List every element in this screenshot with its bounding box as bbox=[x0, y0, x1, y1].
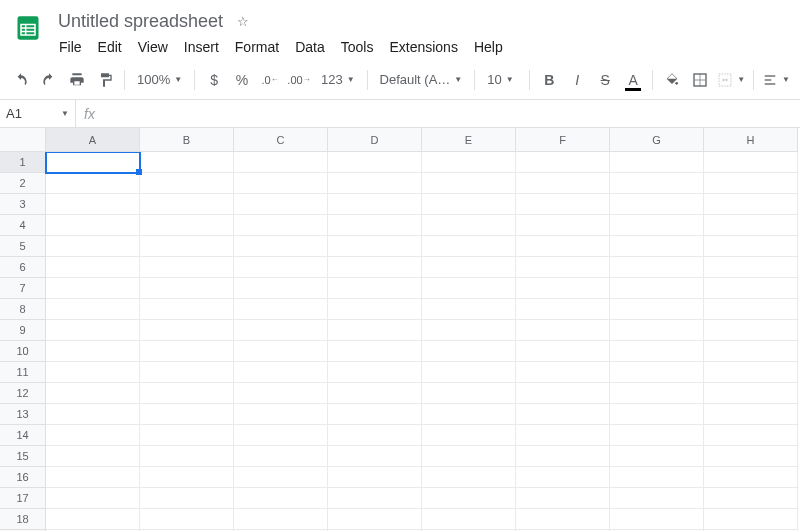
cell[interactable] bbox=[140, 278, 234, 299]
cell[interactable] bbox=[610, 467, 704, 488]
cell[interactable] bbox=[516, 236, 610, 257]
cell[interactable] bbox=[704, 278, 798, 299]
cell[interactable] bbox=[704, 152, 798, 173]
menu-help[interactable]: Help bbox=[467, 35, 510, 59]
cell[interactable] bbox=[140, 509, 234, 530]
cell[interactable] bbox=[234, 320, 328, 341]
cell[interactable] bbox=[234, 467, 328, 488]
cell[interactable] bbox=[140, 299, 234, 320]
cell[interactable] bbox=[46, 152, 140, 173]
cell[interactable] bbox=[704, 362, 798, 383]
cell[interactable] bbox=[140, 173, 234, 194]
cell[interactable] bbox=[610, 383, 704, 404]
cell[interactable] bbox=[422, 446, 516, 467]
strikethrough-button[interactable]: S bbox=[592, 67, 618, 93]
cell[interactable] bbox=[516, 467, 610, 488]
cell[interactable] bbox=[610, 173, 704, 194]
more-formats-dropdown[interactable]: 123▼ bbox=[315, 67, 361, 93]
cell[interactable] bbox=[516, 341, 610, 362]
decrease-decimal-button[interactable]: .0← bbox=[257, 67, 283, 93]
row-header[interactable]: 12 bbox=[0, 383, 46, 404]
percent-button[interactable]: % bbox=[229, 67, 255, 93]
text-color-button[interactable]: A bbox=[620, 67, 646, 93]
cell[interactable] bbox=[328, 446, 422, 467]
row-header[interactable]: 14 bbox=[0, 425, 46, 446]
cell[interactable] bbox=[234, 404, 328, 425]
cell[interactable] bbox=[704, 383, 798, 404]
cell[interactable] bbox=[516, 194, 610, 215]
cell[interactable] bbox=[516, 404, 610, 425]
cell[interactable] bbox=[516, 488, 610, 509]
row-header[interactable]: 4 bbox=[0, 215, 46, 236]
cell[interactable] bbox=[46, 320, 140, 341]
cell[interactable] bbox=[328, 404, 422, 425]
cell[interactable] bbox=[328, 383, 422, 404]
cell[interactable] bbox=[140, 362, 234, 383]
cell[interactable] bbox=[422, 299, 516, 320]
cell[interactable] bbox=[422, 320, 516, 341]
cell[interactable] bbox=[328, 215, 422, 236]
cell[interactable] bbox=[140, 152, 234, 173]
cell[interactable] bbox=[704, 236, 798, 257]
cell[interactable] bbox=[234, 278, 328, 299]
font-dropdown[interactable]: Default (Ari...▼ bbox=[374, 67, 469, 93]
cell[interactable] bbox=[140, 320, 234, 341]
cell[interactable] bbox=[140, 425, 234, 446]
cell[interactable] bbox=[234, 173, 328, 194]
cell[interactable] bbox=[422, 362, 516, 383]
cell[interactable] bbox=[46, 278, 140, 299]
cell[interactable] bbox=[328, 362, 422, 383]
column-header[interactable]: D bbox=[328, 128, 422, 152]
column-header[interactable]: H bbox=[704, 128, 798, 152]
cell[interactable] bbox=[328, 173, 422, 194]
cell[interactable] bbox=[516, 425, 610, 446]
cell[interactable] bbox=[704, 404, 798, 425]
cell[interactable] bbox=[328, 299, 422, 320]
cell[interactable] bbox=[234, 425, 328, 446]
cell[interactable] bbox=[328, 509, 422, 530]
paint-format-button[interactable] bbox=[92, 67, 118, 93]
cell[interactable] bbox=[422, 173, 516, 194]
cell[interactable] bbox=[234, 152, 328, 173]
cell[interactable] bbox=[46, 215, 140, 236]
cell[interactable] bbox=[516, 257, 610, 278]
redo-button[interactable] bbox=[36, 67, 62, 93]
cell[interactable] bbox=[234, 299, 328, 320]
font-size-dropdown[interactable]: 10▼ bbox=[481, 67, 523, 93]
menu-extensions[interactable]: Extensions bbox=[382, 35, 464, 59]
cell[interactable] bbox=[234, 341, 328, 362]
cell[interactable] bbox=[610, 425, 704, 446]
row-header[interactable]: 17 bbox=[0, 488, 46, 509]
cell[interactable] bbox=[328, 425, 422, 446]
cell[interactable] bbox=[140, 194, 234, 215]
star-icon[interactable]: ☆ bbox=[237, 14, 249, 29]
column-header[interactable]: G bbox=[610, 128, 704, 152]
column-header[interactable]: C bbox=[234, 128, 328, 152]
cell[interactable] bbox=[516, 509, 610, 530]
cell[interactable] bbox=[140, 341, 234, 362]
cell[interactable] bbox=[516, 215, 610, 236]
row-header[interactable]: 18 bbox=[0, 509, 46, 530]
cell[interactable] bbox=[328, 194, 422, 215]
cell[interactable] bbox=[516, 383, 610, 404]
cell[interactable] bbox=[516, 173, 610, 194]
cell[interactable] bbox=[234, 257, 328, 278]
cell[interactable] bbox=[610, 299, 704, 320]
cell[interactable] bbox=[704, 320, 798, 341]
row-header[interactable]: 10 bbox=[0, 341, 46, 362]
cell[interactable] bbox=[422, 236, 516, 257]
cell[interactable] bbox=[704, 215, 798, 236]
cell[interactable] bbox=[234, 236, 328, 257]
cell[interactable] bbox=[46, 236, 140, 257]
row-header[interactable]: 13 bbox=[0, 404, 46, 425]
cell[interactable] bbox=[704, 488, 798, 509]
menu-view[interactable]: View bbox=[131, 35, 175, 59]
cell[interactable] bbox=[328, 152, 422, 173]
menu-edit[interactable]: Edit bbox=[91, 35, 129, 59]
cell[interactable] bbox=[516, 299, 610, 320]
cell[interactable] bbox=[704, 341, 798, 362]
cell[interactable] bbox=[46, 173, 140, 194]
cell[interactable] bbox=[704, 467, 798, 488]
cell[interactable] bbox=[140, 257, 234, 278]
row-header[interactable]: 6 bbox=[0, 257, 46, 278]
